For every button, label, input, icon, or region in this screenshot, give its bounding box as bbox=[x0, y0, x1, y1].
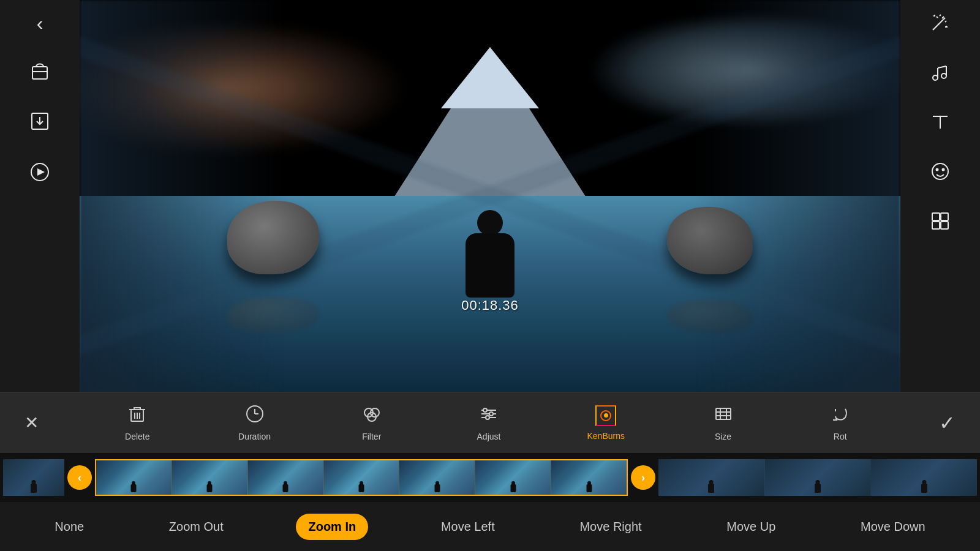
back-button[interactable]: ‹ bbox=[37, 12, 43, 35]
svg-line-11 bbox=[945, 21, 946, 22]
svg-line-7 bbox=[943, 18, 945, 20]
filter-icon bbox=[362, 404, 382, 427]
kenburns-zoom-out[interactable]: Zoom Out bbox=[157, 514, 236, 540]
timeline-next-button[interactable]: › bbox=[631, 465, 655, 490]
kenburns-label: KenBurns bbox=[587, 431, 625, 441]
duration-label: Duration bbox=[238, 432, 271, 441]
svg-rect-47 bbox=[716, 408, 731, 419]
svg-point-46 bbox=[486, 416, 489, 419]
text-icon[interactable] bbox=[930, 111, 951, 137]
rot-icon bbox=[831, 404, 850, 427]
duration-tool[interactable]: Duration bbox=[230, 404, 279, 441]
timeline-left-overflow bbox=[3, 459, 64, 496]
adjust-icon bbox=[479, 404, 499, 427]
magic-wand-icon[interactable] bbox=[930, 12, 951, 37]
svg-line-8 bbox=[940, 15, 941, 16]
timeline-main-strip bbox=[95, 459, 628, 496]
svg-marker-5 bbox=[37, 168, 45, 176]
kenburns-move-left[interactable]: Move Left bbox=[429, 514, 507, 540]
download-icon[interactable] bbox=[29, 110, 51, 137]
svg-point-25 bbox=[943, 169, 944, 171]
right-sidebar bbox=[900, 0, 980, 392]
svg-point-23 bbox=[932, 163, 948, 179]
svg-rect-28 bbox=[932, 222, 940, 229]
svg-point-24 bbox=[937, 169, 938, 171]
video-timestamp: 00:18.36 bbox=[461, 298, 519, 313]
confirm-button[interactable]: ✓ bbox=[933, 405, 962, 441]
video-preview: 00:18.36 bbox=[80, 0, 900, 392]
rot-label: Rot bbox=[834, 432, 847, 441]
adjust-label: Adjust bbox=[477, 432, 501, 441]
kenburns-icon bbox=[595, 405, 616, 426]
rot-tool[interactable]: Rot bbox=[816, 404, 865, 441]
svg-line-10 bbox=[937, 17, 938, 18]
filter-label: Filter bbox=[362, 432, 381, 441]
filter-tool[interactable]: Filter bbox=[347, 404, 396, 441]
kenburns-zoom-in[interactable]: Zoom In bbox=[296, 514, 368, 540]
timeline-strip: ‹ bbox=[0, 453, 980, 502]
svg-point-45 bbox=[489, 412, 493, 416]
close-button[interactable]: ✕ bbox=[18, 407, 45, 439]
kenburns-move-right[interactable]: Move Right bbox=[567, 514, 654, 540]
emoji-icon[interactable] bbox=[930, 161, 951, 186]
svg-line-20 bbox=[938, 66, 946, 68]
delete-tool[interactable]: Delete bbox=[113, 404, 162, 441]
kenburns-options-row: None Zoom Out Zoom In Move Left Move Rig… bbox=[0, 502, 980, 551]
svg-point-16 bbox=[933, 75, 938, 80]
size-icon bbox=[714, 404, 733, 427]
play-icon[interactable] bbox=[29, 161, 51, 187]
svg-point-17 bbox=[941, 73, 946, 78]
bag-icon[interactable] bbox=[29, 59, 51, 86]
svg-line-9 bbox=[942, 17, 944, 18]
svg-point-44 bbox=[483, 408, 487, 412]
timeline-right-overflow bbox=[658, 459, 977, 496]
kenburns-none[interactable]: None bbox=[42, 514, 96, 540]
svg-rect-0 bbox=[32, 67, 47, 79]
layout-icon[interactable] bbox=[930, 211, 951, 236]
delete-icon bbox=[127, 404, 147, 427]
adjust-tool[interactable]: Adjust bbox=[464, 404, 513, 441]
left-sidebar: ‹ bbox=[0, 0, 80, 392]
size-tool[interactable]: Size bbox=[699, 404, 748, 441]
delete-label: Delete bbox=[125, 432, 149, 441]
size-label: Size bbox=[715, 432, 731, 441]
svg-rect-27 bbox=[941, 213, 948, 220]
svg-rect-29 bbox=[941, 222, 948, 229]
svg-rect-26 bbox=[932, 213, 940, 220]
kenburns-tool[interactable]: KenBurns bbox=[581, 405, 630, 441]
duration-icon bbox=[245, 404, 265, 427]
toolbar: ✕ Delete bbox=[0, 392, 980, 453]
kenburns-move-up[interactable]: Move Up bbox=[714, 514, 788, 540]
timeline-prev-button[interactable]: ‹ bbox=[67, 465, 92, 490]
bottom-section: ✕ Delete bbox=[0, 392, 980, 551]
svg-line-6 bbox=[933, 20, 943, 30]
kenburns-move-down[interactable]: Move Down bbox=[848, 514, 938, 540]
music-icon[interactable] bbox=[930, 62, 951, 87]
